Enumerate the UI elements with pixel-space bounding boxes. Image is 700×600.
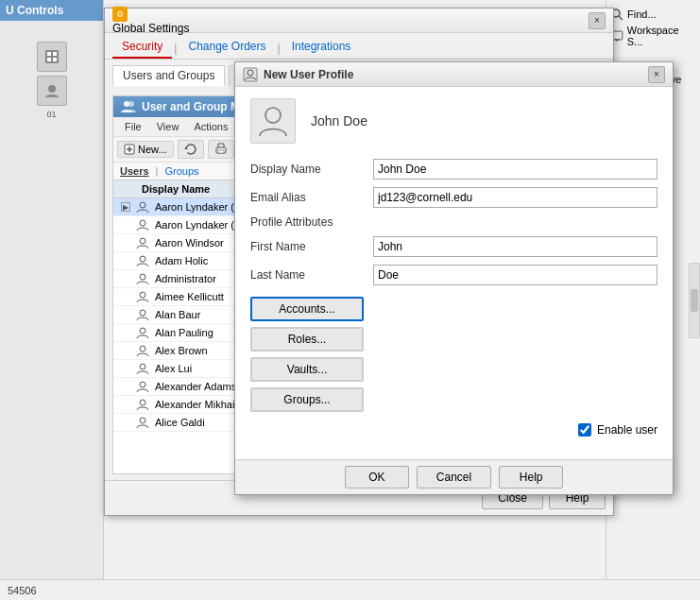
nup-avatar bbox=[250, 98, 296, 144]
last-name-label: Last Name bbox=[250, 268, 373, 282]
last-name-input[interactable] bbox=[373, 265, 657, 285]
control-label: 01 bbox=[0, 110, 103, 119]
toolbar-print-button[interactable] bbox=[208, 140, 234, 159]
svg-point-13 bbox=[128, 101, 134, 107]
tab-sep-2: | bbox=[276, 38, 282, 59]
global-settings-tabs: Security | Change Orders | Integrations bbox=[105, 33, 613, 60]
avatar-icon bbox=[258, 104, 288, 138]
nup-header-row: John Doe bbox=[250, 98, 657, 144]
right-btn-find[interactable]: Find... bbox=[610, 8, 696, 21]
status-bar: 54506 bbox=[0, 579, 700, 600]
svg-point-28 bbox=[140, 346, 145, 351]
svg-point-20 bbox=[140, 202, 145, 208]
user-avatar-icon bbox=[136, 362, 149, 375]
toolbar-refresh-button[interactable] bbox=[178, 140, 204, 159]
svg-point-32 bbox=[140, 418, 145, 423]
tab-change-orders[interactable]: Change Orders bbox=[179, 36, 275, 59]
user-name: Adam Holic bbox=[155, 255, 208, 266]
groups-button[interactable]: Groups... bbox=[250, 387, 364, 412]
global-settings-title-text: Global Settings bbox=[112, 22, 189, 35]
user-name: Alex Lui bbox=[155, 363, 192, 374]
enable-user-label: Enable user bbox=[597, 423, 657, 437]
user-name: Alice Galdi bbox=[155, 417, 205, 428]
roles-button[interactable]: Roles... bbox=[250, 327, 364, 351]
nup-close-button[interactable]: × bbox=[648, 66, 665, 83]
enable-user-row: Enable user bbox=[250, 423, 657, 437]
toolbar-new-button[interactable]: New... bbox=[117, 141, 174, 158]
svg-line-7 bbox=[619, 16, 623, 20]
nup-ok-button[interactable]: OK bbox=[345, 466, 409, 489]
nup-title-group: New User Profile bbox=[243, 67, 353, 82]
user-name: Alexander Adams bbox=[155, 381, 236, 392]
profile-attributes-label: Profile Attributes bbox=[250, 215, 373, 229]
nup-footer: OK Cancel Help bbox=[235, 459, 673, 494]
ug-tab-users[interactable]: Users bbox=[117, 164, 152, 178]
user-avatar-icon bbox=[136, 416, 149, 429]
user-avatar-icon bbox=[136, 254, 149, 267]
user-avatar-icon bbox=[136, 380, 149, 393]
new-icon bbox=[124, 144, 135, 155]
tab-sep-1: | bbox=[172, 38, 179, 59]
nup-help-button[interactable]: Help bbox=[499, 466, 563, 489]
menu-file[interactable]: File bbox=[117, 119, 149, 134]
svg-point-23 bbox=[140, 256, 145, 262]
global-settings-titlebar: ⚙ Global Settings × bbox=[105, 9, 613, 33]
profile-attributes-row: Profile Attributes bbox=[250, 215, 657, 229]
user-avatar-icon bbox=[136, 236, 149, 249]
menu-view[interactable]: View bbox=[149, 119, 187, 134]
global-settings-title-group: ⚙ Global Settings bbox=[112, 7, 189, 35]
user-avatar-icon bbox=[136, 200, 149, 214]
svg-point-29 bbox=[140, 364, 145, 369]
tab-integrations[interactable]: Integrations bbox=[282, 36, 361, 59]
right-scrollbar[interactable] bbox=[689, 263, 700, 338]
print-icon bbox=[214, 143, 228, 156]
nup-body: John Doe Display Name Email Alias Profil… bbox=[235, 87, 673, 459]
last-name-row: Last Name bbox=[250, 265, 657, 285]
svg-point-31 bbox=[140, 400, 145, 405]
user-name: Administrator bbox=[155, 273, 216, 284]
svg-point-26 bbox=[140, 310, 145, 316]
display-name-input[interactable] bbox=[373, 159, 657, 180]
svg-point-21 bbox=[140, 220, 145, 226]
ug-tab-groups[interactable]: Groups bbox=[162, 164, 201, 178]
menu-actions[interactable]: Actions bbox=[186, 119, 235, 134]
user-name: Aaron Windsor bbox=[155, 237, 224, 249]
right-btn-workspace[interactable]: Workspace S... bbox=[610, 25, 696, 47]
user-avatar-icon bbox=[136, 398, 149, 411]
global-settings-close-button[interactable]: × bbox=[589, 12, 606, 29]
first-name-label: First Name bbox=[250, 240, 373, 253]
enable-user-checkbox[interactable] bbox=[578, 423, 591, 437]
status-text: 54506 bbox=[8, 585, 37, 596]
controls-panel: U Controls 01 bbox=[0, 0, 104, 600]
svg-point-30 bbox=[140, 382, 145, 387]
new-user-profile-modal: New User Profile × John Doe Display Name… bbox=[234, 61, 674, 495]
user-name: Alan Pauling bbox=[155, 327, 213, 338]
expand-button[interactable]: ▶ bbox=[121, 202, 130, 212]
first-name-input[interactable] bbox=[373, 236, 657, 257]
global-settings-icon: ⚙ bbox=[112, 7, 128, 22]
nup-display-name-large: John Doe bbox=[311, 113, 367, 129]
display-name-label: Display Name bbox=[250, 163, 373, 176]
svg-rect-3 bbox=[47, 58, 51, 61]
controls-title: U Controls bbox=[0, 0, 103, 21]
action-buttons: Accounts... Roles... Vaults... Groups... bbox=[250, 297, 657, 412]
refresh-icon bbox=[184, 143, 197, 156]
email-alias-input[interactable] bbox=[373, 187, 657, 208]
svg-rect-18 bbox=[218, 150, 224, 153]
control-icon-2 bbox=[37, 76, 67, 106]
email-alias-row: Email Alias bbox=[250, 187, 657, 208]
ugm-header-icon bbox=[121, 99, 136, 114]
svg-point-5 bbox=[48, 85, 56, 93]
ug-tab-sep: | bbox=[156, 165, 159, 177]
svg-rect-1 bbox=[47, 52, 51, 56]
toolbar-new-label: New... bbox=[138, 144, 167, 155]
user-avatar-icon bbox=[136, 290, 149, 303]
user-name: Alan Baur bbox=[155, 309, 200, 320]
svg-point-35 bbox=[265, 108, 281, 123]
svg-point-24 bbox=[140, 274, 145, 280]
tab-security[interactable]: Security bbox=[112, 36, 172, 59]
subtab-users-groups[interactable]: Users and Groups bbox=[112, 65, 225, 86]
vaults-button[interactable]: Vaults... bbox=[250, 357, 364, 382]
nup-cancel-button[interactable]: Cancel bbox=[417, 466, 491, 489]
accounts-button[interactable]: Accounts... bbox=[250, 297, 364, 321]
